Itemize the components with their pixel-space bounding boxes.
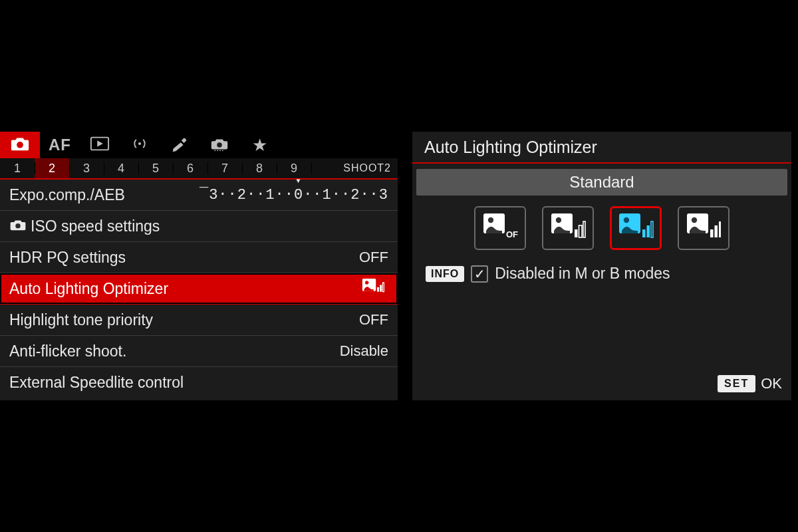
svg-point-6 bbox=[219, 150, 221, 151]
option-row: OFF bbox=[412, 206, 791, 250]
set-button[interactable]: SET bbox=[718, 375, 755, 392]
subtab-7[interactable]: 7 bbox=[207, 158, 242, 178]
option-high[interactable] bbox=[678, 206, 730, 250]
menu-list: Expo.comp./AEB ¯3..2..1..0..1..2..3 ISO … bbox=[0, 180, 398, 398]
alo-high-icon bbox=[686, 212, 722, 244]
sub-tabstrip: 1 2 3 4 5 6 7 8 9 SHOOT2 bbox=[0, 158, 398, 180]
alo-off-icon: OFF bbox=[482, 212, 518, 244]
subtab-5[interactable]: 5 bbox=[138, 158, 173, 178]
svg-point-5 bbox=[217, 150, 218, 151]
menu-item-label: Expo.comp./AEB bbox=[9, 186, 200, 204]
svg-point-18 bbox=[556, 217, 561, 223]
menu-item-highlight-tone[interactable]: Highlight tone priority OFF bbox=[0, 305, 398, 336]
menu-item-anti-flicker[interactable]: Anti-flicker shoot. Disable bbox=[0, 336, 398, 367]
option-off[interactable]: OFF bbox=[474, 206, 526, 250]
tab-mymenu[interactable]: ★ bbox=[239, 132, 279, 158]
subtab-page-label: SHOOT2 bbox=[311, 158, 398, 178]
menu-item-label: Highlight tone priority bbox=[9, 311, 359, 329]
svg-rect-21 bbox=[583, 221, 585, 237]
svg-rect-12 bbox=[380, 285, 382, 291]
menu-item-value: OFF bbox=[359, 311, 388, 329]
camera-icon bbox=[10, 136, 30, 154]
svg-point-28 bbox=[692, 217, 697, 223]
menu-item-value: OFF bbox=[359, 249, 388, 266]
menu-item-external-speedlite[interactable]: External Speedlite control bbox=[0, 367, 398, 398]
svg-rect-26 bbox=[651, 221, 653, 237]
wireless-icon bbox=[130, 136, 150, 154]
svg-point-23 bbox=[624, 217, 629, 223]
svg-text:OFF: OFF bbox=[506, 229, 518, 239]
menu-item-auto-lighting-optimizer[interactable]: Auto Lighting Optimizer bbox=[0, 273, 398, 305]
custom-camera-icon bbox=[209, 136, 229, 154]
wrench-icon bbox=[170, 136, 190, 154]
subtab-9[interactable]: 9 bbox=[277, 158, 311, 178]
svg-rect-19 bbox=[575, 229, 578, 237]
subtab-4[interactable]: 4 bbox=[104, 158, 138, 178]
tab-custom[interactable] bbox=[200, 132, 239, 158]
menu-item-value: Disable bbox=[340, 342, 388, 360]
svg-rect-31 bbox=[719, 221, 721, 237]
svg-rect-29 bbox=[710, 229, 714, 237]
alo-standard-icon bbox=[362, 278, 384, 299]
option-standard[interactable] bbox=[610, 206, 662, 250]
subtab-6[interactable]: 6 bbox=[173, 158, 207, 178]
menu-screen-shoot2: AF ★ 1 2 3 4 5 6 bbox=[0, 132, 398, 400]
svg-point-15 bbox=[488, 217, 493, 223]
subtab-8[interactable]: 8 bbox=[242, 158, 277, 178]
disabled-modes-checkbox[interactable]: ✓ bbox=[471, 265, 488, 283]
option-low[interactable] bbox=[542, 206, 594, 250]
alo-standard-icon bbox=[618, 212, 654, 244]
info-button[interactable]: INFO bbox=[426, 266, 464, 282]
check-icon: ✓ bbox=[474, 266, 485, 282]
detail-title: Auto Lighting Optimizer bbox=[412, 132, 791, 164]
svg-rect-11 bbox=[377, 287, 379, 292]
menu-item-text: ISO speed settings bbox=[31, 217, 160, 235]
camera-icon bbox=[9, 217, 27, 235]
svg-rect-20 bbox=[579, 225, 583, 237]
tab-shoot[interactable] bbox=[0, 132, 40, 158]
svg-rect-13 bbox=[382, 283, 384, 292]
svg-point-3 bbox=[217, 142, 222, 148]
tab-setup[interactable] bbox=[160, 132, 200, 158]
subtab-3[interactable]: 3 bbox=[69, 158, 104, 178]
tab-playback[interactable] bbox=[80, 132, 120, 158]
alo-low-icon bbox=[550, 212, 586, 244]
subtab-2[interactable]: 2 bbox=[35, 158, 69, 178]
svg-point-8 bbox=[15, 223, 20, 227]
tab-wireless[interactable] bbox=[120, 132, 160, 158]
alo-detail-screen: Auto Lighting Optimizer Standard OFF INF… bbox=[412, 132, 791, 400]
svg-point-7 bbox=[222, 150, 223, 151]
play-icon bbox=[90, 136, 110, 154]
subtab-1[interactable]: 1 bbox=[0, 158, 35, 178]
top-tabstrip: AF ★ bbox=[0, 132, 398, 158]
tab-af[interactable]: AF bbox=[40, 132, 80, 158]
menu-item-expo-comp[interactable]: Expo.comp./AEB ¯3..2..1..0..1..2..3 bbox=[0, 180, 398, 211]
menu-item-hdr-pq[interactable]: HDR PQ settings OFF bbox=[0, 242, 398, 273]
svg-rect-24 bbox=[642, 229, 646, 237]
menu-item-label: HDR PQ settings bbox=[9, 249, 359, 267]
ok-label: OK bbox=[761, 375, 782, 392]
menu-item-label: ISO speed settings bbox=[9, 217, 388, 235]
selected-option-label: Standard bbox=[416, 169, 787, 196]
menu-item-iso-speed[interactable]: ISO speed settings bbox=[0, 211, 398, 242]
menu-item-label: External Speedlite control bbox=[9, 374, 388, 392]
tab-af-label: AF bbox=[49, 136, 71, 154]
set-ok-hint: SET OK bbox=[718, 375, 782, 392]
svg-rect-25 bbox=[647, 225, 650, 237]
disabled-modes-label: Disabled in M or B modes bbox=[495, 265, 670, 283]
svg-point-2 bbox=[138, 142, 141, 145]
info-toggle-row: INFO ✓ Disabled in M or B modes bbox=[426, 265, 791, 283]
menu-item-label: Auto Lighting Optimizer bbox=[9, 280, 362, 298]
svg-rect-30 bbox=[715, 225, 718, 237]
svg-point-0 bbox=[17, 142, 23, 148]
svg-point-4 bbox=[215, 150, 216, 151]
star-icon: ★ bbox=[252, 135, 267, 156]
exposure-scale: ¯3..2..1..0..1..2..3 bbox=[200, 187, 388, 203]
svg-point-10 bbox=[365, 281, 368, 284]
